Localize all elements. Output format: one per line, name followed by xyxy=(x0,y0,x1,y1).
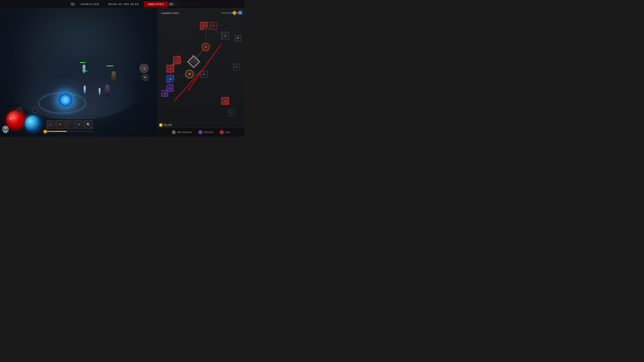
skill-4-icon: ✦ xyxy=(78,123,80,126)
skill-bar: ⚔ ✦ ✦ 🔍 3 xyxy=(45,119,94,130)
skill-assignment-action[interactable]: ● Skill Assignment xyxy=(172,130,192,134)
skill-5-level: 3 xyxy=(91,127,92,129)
tab-abilities[interactable]: ABILITIES xyxy=(144,1,168,7)
nav-group-left: L1 CHARACTER BOOK OF THE DEAD ABILITIES … xyxy=(70,1,174,7)
r1-badge: R1 xyxy=(169,3,174,6)
close-badge: ○ xyxy=(220,130,224,134)
r-button[interactable]: R xyxy=(142,74,148,81)
potion-symbol: ⬡ xyxy=(19,109,21,112)
node-bottom-2[interactable]: ✦ xyxy=(228,109,236,116)
enemy-health-bar-1 xyxy=(80,62,88,63)
skill-slot-2[interactable]: ✦ xyxy=(56,120,64,129)
hud: 5/5 ⬡ + 8 ⚔ ✦ ✦ 🔍 3 xyxy=(0,103,100,137)
compass-button[interactable]: ◀ xyxy=(139,64,148,73)
node-skill-3[interactable]: ⚔ xyxy=(222,32,229,39)
node-bottom-1-icon: ☠ xyxy=(224,99,226,103)
skill-slot-5[interactable]: 🔍 3 xyxy=(84,120,93,129)
skill-assignment-badge: ● xyxy=(172,130,176,134)
essence-orb xyxy=(24,115,41,132)
xp-fill xyxy=(46,131,66,132)
search-triangle-icon[interactable]: ▲ xyxy=(238,11,242,14)
xp-bar xyxy=(45,131,92,132)
arrow-indicator-1 xyxy=(177,55,179,57)
enemy-health-bar-3 xyxy=(106,65,115,66)
node-skill-far-right[interactable]: ⚑ xyxy=(235,35,241,41)
gold-display: 59,231 xyxy=(159,123,172,127)
character-5 xyxy=(98,88,101,95)
node-skill-center[interactable]: ✦ xyxy=(202,43,210,51)
node-bottom-1[interactable]: ☠ xyxy=(222,97,229,105)
node-center-icon: ✦ xyxy=(204,45,207,49)
node-far-mid-icon: ⚔ xyxy=(235,66,237,68)
node-left-4-icon: ◈ xyxy=(169,87,171,89)
node-left-3[interactable]: ◉ 3/5 xyxy=(166,75,174,82)
node-left-3-icon: ◉ xyxy=(169,77,172,80)
node-diamond[interactable] xyxy=(189,57,198,66)
skill-assignment-label: Skill Assignment xyxy=(177,131,192,133)
health-value: 5/5 xyxy=(9,117,12,120)
refund-all-badge: □ xyxy=(198,130,202,134)
character-4 xyxy=(104,85,111,96)
top-navigation: L1 CHARACTER BOOK OF THE DEAD ABILITIES … xyxy=(0,0,244,8)
keyword-search[interactable]: Keyword Search ▲ xyxy=(221,11,242,14)
character-2 xyxy=(111,71,116,81)
r-label: R xyxy=(144,76,146,79)
node-left-1[interactable]: ⚔ xyxy=(173,57,180,64)
gold-icon xyxy=(159,123,162,127)
node-skill-1[interactable]: ⚔ 2/5 xyxy=(200,22,208,29)
node-right-1[interactable]: ⚔ xyxy=(200,71,208,78)
skill-tree-area: ⚔ 2/5 ☠ ⚔ ⚑ ✦ xyxy=(158,18,244,128)
node-left-2[interactable]: ☠ xyxy=(166,65,174,72)
node-skill-2[interactable]: ☠ xyxy=(210,22,217,29)
node-left-5[interactable]: ◈ xyxy=(162,90,168,96)
potion-icon[interactable]: ⬡ xyxy=(17,107,23,113)
node-right-1-icon: ⚔ xyxy=(203,73,205,76)
node-left-3-count: 3/5 xyxy=(171,80,174,82)
available-points-label: Available Points xyxy=(161,11,179,14)
node-1-count: 2/5 xyxy=(204,27,208,29)
node-3-icon: ⚔ xyxy=(224,34,226,37)
health-orb xyxy=(6,110,26,130)
node-2-icon: ☠ xyxy=(212,24,214,27)
node-bottom-2-icon: ✦ xyxy=(231,111,233,114)
l1-badge: L1 xyxy=(70,3,75,6)
node-left-1-icon: ⚔ xyxy=(176,59,178,62)
node-center-circle-icon: ✦ xyxy=(188,72,191,76)
level-badge: 8 xyxy=(43,130,47,133)
node-far-mid[interactable]: ⚔ xyxy=(233,64,240,70)
tab-book-of-dead[interactable]: BOOK OF THE DEAD xyxy=(104,1,143,7)
skill-2-icon: ✦ xyxy=(59,123,62,126)
character-3 xyxy=(83,86,86,93)
node-left-5-icon: ◈ xyxy=(164,92,166,95)
refund-all-action[interactable]: □ Refund All xyxy=(198,130,213,134)
footer-bar: ● Skill Assignment □ Refund All ○ Close xyxy=(158,128,244,137)
plus-icon[interactable]: + xyxy=(32,107,38,113)
node-center-circle[interactable]: ✦ xyxy=(186,70,194,78)
skill-5-icon: 🔍 xyxy=(86,123,90,126)
node-left-2-icon: ☠ xyxy=(169,67,172,70)
compass-arrow-icon: ◀ xyxy=(143,66,145,70)
skill-1-icon: ⚔ xyxy=(50,123,52,126)
skill-slot-4[interactable]: ✦ xyxy=(75,120,83,129)
tab-character[interactable]: CHARACTER xyxy=(76,1,103,7)
character-1 xyxy=(82,65,86,73)
right-panel: L2 Skill Tree Paragon (Lvl 50) R2 Availa… xyxy=(158,0,244,137)
refund-all-label: Refund All xyxy=(204,131,213,133)
close-action[interactable]: ○ Close xyxy=(220,130,230,134)
keyword-search-label: Keyword Search xyxy=(221,11,237,14)
plus-symbol: + xyxy=(34,109,36,112)
skill-slot-1[interactable]: ⚔ xyxy=(46,120,55,129)
arrow-indicator-2 xyxy=(172,63,174,65)
skill-slot-3[interactable] xyxy=(65,120,74,129)
node-far-right-icon: ⚑ xyxy=(237,37,239,39)
node-1-icon: ⚔ xyxy=(202,24,205,27)
close-label: Close xyxy=(225,131,230,133)
gold-amount: 59,231 xyxy=(164,123,172,126)
